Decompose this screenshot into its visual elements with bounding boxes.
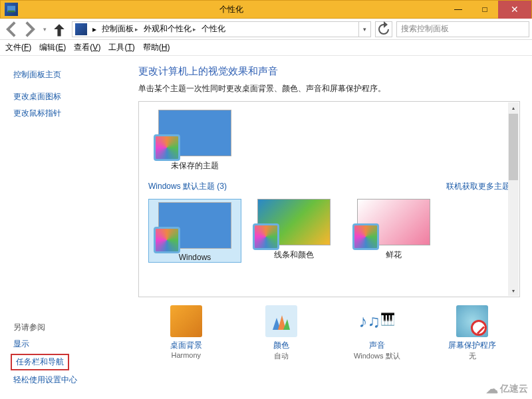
breadcrumb-item[interactable]: 外观和个性化▸ bbox=[141, 21, 199, 37]
sidebar-link-display[interactable]: 显示 bbox=[8, 336, 125, 352]
recent-dropdown[interactable]: ▾ bbox=[40, 21, 49, 38]
breadcrumb-item[interactable]: 个性化 bbox=[199, 21, 228, 37]
window-title: 个性化 bbox=[18, 4, 445, 15]
refresh-button[interactable] bbox=[375, 21, 392, 37]
theme-lines-colors[interactable]: 线条和颜色 bbox=[247, 199, 340, 261]
address-dropdown[interactable]: ▾ bbox=[358, 22, 370, 37]
see-also-label: 另请参阅 bbox=[8, 319, 125, 336]
sidebar-link-desktop-icons[interactable]: 更改桌面图标 bbox=[8, 88, 125, 105]
screensaver-icon bbox=[456, 305, 488, 337]
breadcrumb-item[interactable]: 控制面板▸ bbox=[99, 21, 141, 37]
settings-footer: 桌面背景 Harmony 颜色 自动 ♪♫🎹 声音 Windows 默认 屏幕保… bbox=[138, 305, 520, 361]
menu-file[interactable]: 文件(F) bbox=[5, 42, 31, 53]
app-icon bbox=[5, 3, 18, 16]
search-input[interactable]: 搜索控制面板 bbox=[396, 21, 529, 37]
theme-unsaved[interactable]: 未保存的主题 bbox=[148, 110, 241, 172]
address-bar[interactable]: ▸ 控制面板▸ 外观和个性化▸ 个性化 ▾ bbox=[72, 21, 371, 37]
menu-edit[interactable]: 编辑(E) bbox=[39, 42, 66, 53]
svg-rect-1 bbox=[8, 11, 15, 13]
menu-view[interactable]: 查看(V) bbox=[74, 42, 100, 53]
back-button[interactable] bbox=[3, 21, 20, 38]
menu-tools[interactable]: 工具(T) bbox=[108, 42, 134, 53]
maximize-button[interactable]: □ bbox=[471, 1, 498, 19]
location-icon bbox=[75, 23, 87, 35]
title-bar: 个性化 — □ ✕ bbox=[0, 0, 532, 19]
watermark: ☁亿速云 bbox=[486, 382, 528, 396]
screensaver-button[interactable]: 屏幕保护程序 无 bbox=[432, 305, 512, 361]
page-subtext: 单击某个主题一次性同时更改桌面背景、颜色、声音和屏幕保护程序。 bbox=[138, 83, 520, 94]
color-icon bbox=[265, 305, 297, 337]
get-more-themes-link[interactable]: 联机获取更多主题 bbox=[446, 181, 510, 192]
themes-scrollbar[interactable]: ▴▾ bbox=[508, 102, 519, 296]
sound-icon: ♪♫🎹 bbox=[361, 305, 393, 337]
main-panel: ? 更改计算机上的视觉效果和声音 单击某个主题一次性同时更改桌面背景、颜色、声音… bbox=[133, 56, 532, 399]
color-button[interactable]: 颜色 自动 bbox=[241, 305, 321, 361]
wallpaper-icon bbox=[170, 305, 202, 337]
sidebar-link-mouse-pointer[interactable]: 更改鼠标指针 bbox=[8, 105, 125, 122]
close-button[interactable]: ✕ bbox=[498, 1, 531, 19]
up-button[interactable] bbox=[51, 21, 68, 38]
theme-windows[interactable]: Windows bbox=[148, 199, 241, 263]
nav-bar: ▾ ▸ 控制面板▸ 外观和个性化▸ 个性化 ▾ 搜索控制面板 bbox=[0, 19, 532, 40]
sidebar: 控制面板主页 更改桌面图标 更改鼠标指针 另请参阅 显示 任务栏和导航 轻松使用… bbox=[0, 56, 133, 399]
sidebar-link-taskbar-nav[interactable]: 任务栏和导航 bbox=[11, 354, 69, 370]
desktop-background-button[interactable]: 桌面背景 Harmony bbox=[146, 305, 226, 361]
themes-listbox: 未保存的主题 联机获取更多主题 Windows 默认主题 (3) Windows… bbox=[138, 101, 520, 297]
sidebar-link-home[interactable]: 控制面板主页 bbox=[8, 66, 125, 83]
sidebar-link-ease-of-access[interactable]: 轻松使用设置中心 bbox=[8, 372, 125, 388]
menu-bar: 文件(F) 编辑(E) 查看(V) 工具(T) 帮助(H) bbox=[0, 40, 532, 56]
search-placeholder: 搜索控制面板 bbox=[401, 23, 449, 35]
menu-help[interactable]: 帮助(H) bbox=[143, 42, 170, 53]
sound-button[interactable]: ♪♫🎹 声音 Windows 默认 bbox=[337, 305, 417, 361]
forward-button[interactable] bbox=[21, 21, 39, 38]
page-heading: 更改计算机上的视觉效果和声音 bbox=[138, 65, 520, 78]
minimize-button[interactable]: — bbox=[445, 1, 471, 19]
theme-flowers[interactable]: 鲜花 bbox=[347, 199, 440, 261]
